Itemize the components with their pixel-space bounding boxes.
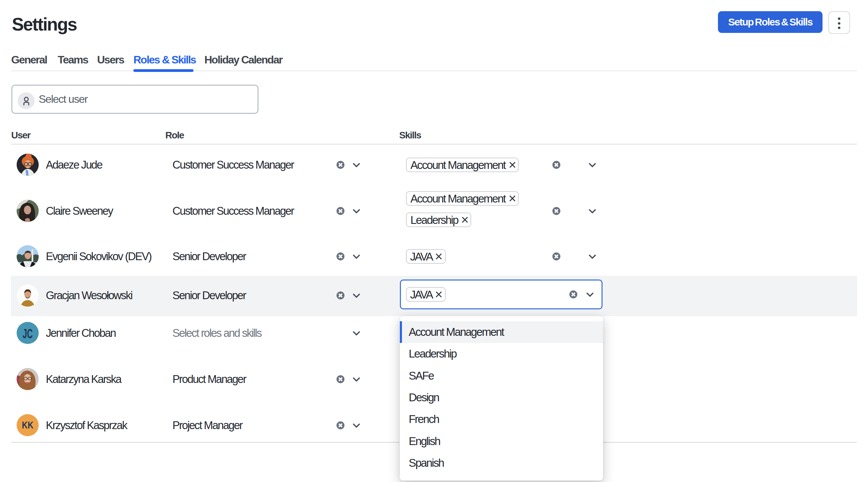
svg-text:KK: KK — [22, 420, 34, 430]
svg-text:JC: JC — [23, 327, 33, 341]
